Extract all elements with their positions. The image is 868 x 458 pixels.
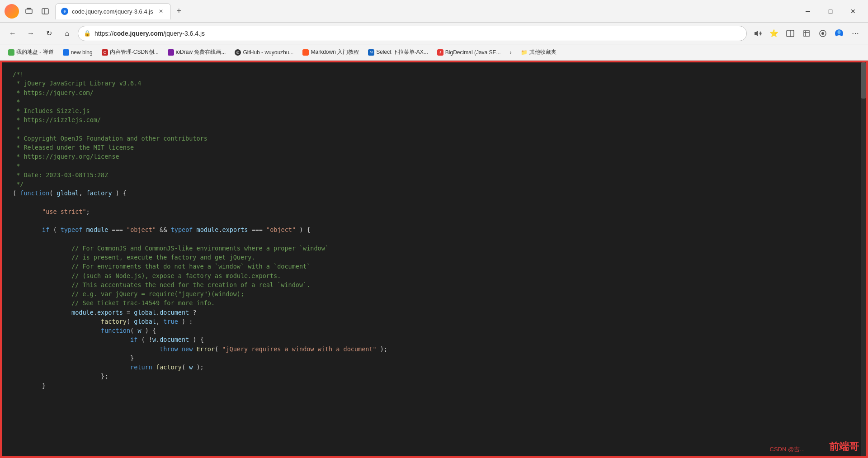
url-protocol: https:// — [94, 30, 113, 37]
content-area: /*! * jQuery JavaScript Library v3.6.4 *… — [0, 61, 868, 458]
bookmark-folder-label: 其他收藏夹 — [529, 48, 557, 56]
bookmark-folder-other[interactable]: 📁 其他收藏夹 — [517, 47, 560, 58]
extensions-button[interactable] — [816, 26, 830, 41]
bookmark-select[interactable]: M Select 下拉菜单-AX... — [364, 47, 432, 58]
title-bar: e code.jquery.com/jquery-3.6.4.js ✕ + ─ … — [0, 0, 868, 23]
address-text: https://code.jquery.com/jquery-3.6.4.js — [94, 30, 205, 37]
bookmark-favicon-github: ⊙ — [235, 49, 241, 56]
code-viewer[interactable]: /*! * jQuery JavaScript Library v3.6.4 *… — [0, 61, 868, 458]
svg-rect-0 — [26, 9, 32, 14]
minimize-button[interactable]: ─ — [797, 4, 818, 19]
edge-profile-button[interactable] — [832, 26, 846, 41]
back-button[interactable]: ← — [5, 26, 20, 41]
bookmark-markdown[interactable]: Markdown 入门教程 — [299, 47, 363, 58]
nav-right-icons: ⭐ — [750, 26, 863, 41]
bookmark-label-bigdecimal: BigDecimal (Java SE... — [445, 49, 501, 56]
tab-group-icon[interactable] — [23, 5, 35, 18]
favorites-button[interactable]: ⭐ — [767, 26, 781, 41]
profile-icon[interactable] — [5, 4, 19, 19]
bookmark-more-btn[interactable]: › — [506, 47, 515, 58]
bookmark-bing[interactable]: new bing — [59, 47, 96, 58]
bookmark-favicon-bing — [63, 49, 69, 56]
bookmark-zhandao[interactable]: 我的地盘 - 禅道 — [5, 47, 57, 58]
bookmarks-bar: 我的地盘 - 禅道 new bing C 内容管理-CSDN创... ioDra… — [0, 44, 868, 61]
bookmark-favicon-zhandao — [8, 49, 14, 56]
svg-rect-1 — [27, 8, 31, 9]
tab-label: code.jquery.com/jquery-3.6.4.js — [72, 8, 153, 15]
tab-favicon: e — [61, 8, 68, 15]
bookmark-label-markdown: Markdown 入门教程 — [311, 48, 359, 56]
close-button[interactable]: ✕ — [843, 4, 863, 19]
browser-window: e code.jquery.com/jquery-3.6.4.js ✕ + ─ … — [0, 0, 868, 458]
window-controls: ─ □ ✕ — [797, 4, 863, 19]
collections-button[interactable] — [799, 26, 814, 41]
scrollbar-track — [861, 62, 866, 456]
scrollbar-thumb[interactable] — [861, 62, 866, 99]
bookmark-csdn[interactable]: C 内容管理-CSDN创... — [98, 47, 162, 58]
split-screen-button[interactable] — [783, 26, 797, 41]
bookmark-label-select: Select 下拉菜单-AX... — [376, 48, 428, 56]
nav-bar: ← → ↻ ⌂ 🔒 https://code.jquery.com/jquery… — [0, 23, 868, 44]
url-domain: code.jquery.com — [113, 30, 163, 37]
bookmark-favicon-markdown — [302, 49, 309, 56]
svg-rect-2 — [42, 9, 48, 14]
bookmark-bigdecimal[interactable]: J BigDecimal (Java SE... — [434, 47, 505, 58]
bookmark-github[interactable]: ⊙ GitHub - wuyouzhu... — [231, 47, 297, 58]
bookmark-iodraw[interactable]: ioDraw 免费在线画... — [164, 47, 230, 58]
csdn-label: CSDN @吉... — [770, 445, 805, 453]
bookmark-favicon-select: M — [368, 49, 374, 56]
code-content: /*! * jQuery JavaScript Library v3.6.4 *… — [13, 70, 855, 390]
bookmark-label-zhandao: 我的地盘 - 禅道 — [16, 48, 54, 56]
svg-point-8 — [838, 30, 841, 34]
new-tab-button[interactable]: + — [173, 5, 185, 18]
bookmark-favicon-bigdecimal: J — [437, 49, 443, 56]
bookmark-favicon-csdn: C — [102, 49, 108, 56]
tab-jquery[interactable]: e code.jquery.com/jquery-3.6.4.js ✕ — [55, 3, 171, 19]
bookmark-label-github: GitHub - wuyouzhu... — [243, 49, 293, 56]
more-options-button[interactable]: ⋯ — [848, 26, 863, 41]
home-button[interactable]: ⌂ — [60, 26, 74, 41]
forward-button[interactable]: → — [24, 26, 38, 41]
url-path: /jquery-3.6.4.js — [163, 30, 205, 37]
address-bar[interactable]: 🔒 https://code.jquery.com/jquery-3.6.4.j… — [78, 26, 747, 41]
watermark-text: 前端哥 — [829, 440, 859, 453]
bookmark-label-csdn: 内容管理-CSDN创... — [110, 48, 159, 56]
read-aloud-button[interactable] — [750, 26, 765, 41]
sidebar-toggle[interactable] — [39, 5, 52, 18]
refresh-button[interactable]: ↻ — [42, 26, 56, 41]
tab-close-btn[interactable]: ✕ — [157, 7, 165, 15]
lock-icon: 🔒 — [84, 30, 91, 37]
bookmark-label-bing: new bing — [71, 49, 93, 56]
bookmark-favicon-iodraw — [168, 49, 174, 56]
svg-point-7 — [821, 32, 824, 35]
maximize-button[interactable]: □ — [820, 4, 841, 19]
bookmark-label-iodraw: ioDraw 免费在线画... — [176, 48, 226, 56]
tabs-bar: e code.jquery.com/jquery-3.6.4.js ✕ + — [55, 3, 794, 19]
